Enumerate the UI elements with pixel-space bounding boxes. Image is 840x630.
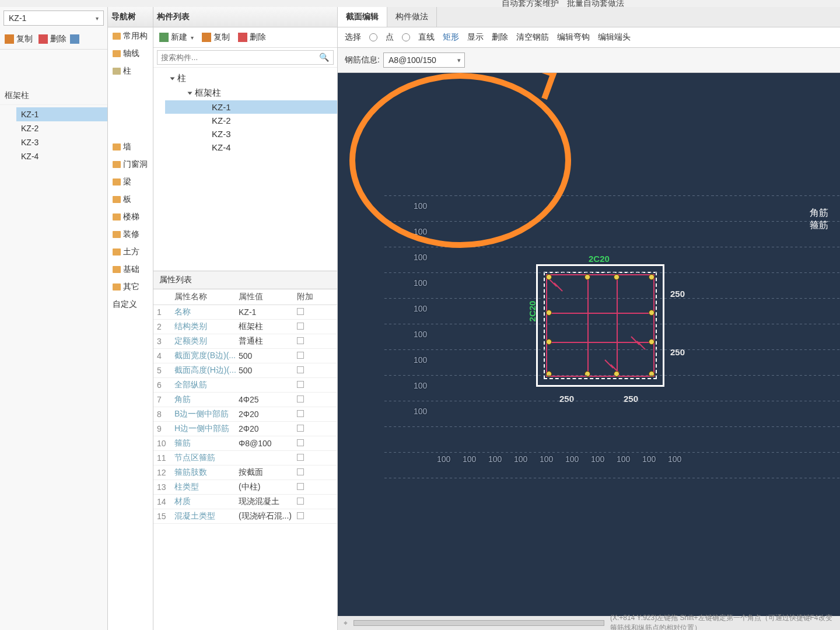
tree-node[interactable]: 框架柱 (165, 86, 337, 100)
tab-component-method[interactable]: 构件做法 (387, 7, 437, 27)
property-row[interactable]: 14材质现浇混凝土 (153, 495, 337, 509)
nav-item[interactable]: 轴线 (108, 45, 153, 62)
grid-label: 100 (668, 454, 681, 464)
property-row[interactable]: 2结构类别框架柱 (153, 320, 337, 334)
property-row[interactable]: 3定额类别普通柱 (153, 334, 337, 349)
component-list-panel: 构件列表 新建▾ 复制 删除 🔍 柱 框架柱 KZ-1 KZ-2 KZ-3 KZ… (153, 7, 338, 630)
radio-line[interactable] (402, 33, 410, 41)
rebar-info-row: 钢筋信息: A8@100/150 ▾ (338, 48, 840, 73)
grid-label: 100 (488, 454, 502, 464)
folder-icon (113, 249, 121, 256)
properties-header: 属性列表 (153, 271, 337, 289)
grid-label: 100 (463, 454, 476, 464)
properties-body: 1名称KZ-12结构类别框架柱3定额类别普通柱4截面宽度(B边)(...5005… (153, 305, 337, 524)
property-row[interactable]: 4截面宽度(B边)(...500 (153, 349, 337, 363)
copy-button[interactable]: 复制 (200, 31, 232, 44)
nav-item[interactable]: 柱 (108, 62, 153, 80)
nav-item[interactable]: 自定义 (108, 296, 153, 313)
action-display[interactable]: 显示 (467, 32, 484, 43)
rebar-info-label: 钢筋信息: (345, 55, 380, 65)
rebar-label-top: 2C20 (589, 254, 610, 264)
action-edit-end[interactable]: 编辑端头 (598, 32, 631, 43)
nav-item[interactable]: 墙 (108, 138, 153, 156)
kz-item[interactable]: KZ-4 (16, 149, 107, 163)
action-clear[interactable]: 清空钢筋 (516, 32, 549, 43)
horizontal-scrollbar[interactable] (354, 620, 604, 626)
grid-label: 100 (642, 454, 656, 464)
component-select[interactable]: KZ-1 ▾ (4, 10, 104, 26)
legend: 角筋4C25 箍筋A8@100 (810, 207, 828, 232)
mid-rebar (584, 371, 590, 377)
kz-item[interactable]: KZ-1 (16, 107, 107, 121)
radio-point[interactable] (369, 33, 377, 41)
nav-item[interactable]: 土方 (108, 243, 153, 261)
nav-item[interactable]: 装修 (108, 226, 153, 243)
more-icon[interactable] (70, 34, 79, 44)
grid-label: 100 (414, 407, 427, 416)
property-row[interactable]: 10箍筋Φ8@100 (153, 436, 337, 451)
action-edit-hook[interactable]: 编辑弯钩 (557, 32, 590, 43)
property-row[interactable]: 11节点区箍筋 (153, 451, 337, 466)
property-row[interactable]: 15混凝土类型(现浇碎石混...) (153, 509, 337, 524)
search-icon[interactable]: 🔍 (319, 52, 329, 62)
folder-icon (113, 266, 121, 273)
nav-item[interactable]: 其它 (108, 278, 153, 296)
corner-rebar (546, 274, 552, 280)
tree-node[interactable]: 柱 (165, 71, 337, 86)
status-hint: (X:+814 Y:923)左键拖 Shift+左键确定第一个角点（可通过快捷键… (610, 613, 834, 630)
property-row[interactable]: 1名称KZ-1 (153, 305, 337, 320)
corner-rebar (546, 371, 552, 377)
grid-label: 100 (414, 330, 427, 339)
delete-button[interactable]: 删除 (36, 33, 69, 46)
search-input[interactable] (157, 50, 334, 65)
nav-item[interactable]: 常用构 (108, 27, 153, 45)
nav-item[interactable]: 门窗洞 (108, 156, 153, 173)
tree-leaf[interactable]: KZ-4 (165, 141, 337, 154)
select-button[interactable]: 选择 (345, 32, 361, 43)
mid-rebar (546, 310, 552, 316)
grid-label: 100 (540, 454, 553, 464)
left-panel: KZ-1 ▾ 复制 删除 框架柱 KZ-1 KZ-2 KZ-3 KZ-4 (0, 7, 108, 630)
kz-item[interactable]: KZ-2 (16, 121, 107, 135)
mid-rebar (649, 310, 654, 316)
folder-icon (113, 33, 121, 40)
tree-leaf[interactable]: KZ-2 (165, 114, 337, 127)
stirrup-inner (546, 274, 654, 377)
tab-section-edit[interactable]: 截面编辑 (338, 7, 387, 27)
nav-item[interactable]: 楼梯 (108, 208, 153, 226)
corner-rebar (649, 274, 654, 280)
rebar-label-left: 2C20 (527, 301, 537, 322)
property-row[interactable]: 8B边一侧中部筋2Φ20 (153, 407, 337, 422)
grid-label: 100 (414, 201, 427, 211)
folder-icon (113, 178, 121, 186)
nav-item[interactable]: 板 (108, 191, 153, 208)
kz-item[interactable]: KZ-3 (16, 135, 107, 149)
nav-item[interactable]: 基础 (108, 261, 153, 278)
nav-tree: 导航树 常用构 轴线 柱 墙 门窗洞 梁 板 楼梯 装修 土方 基础 其它 自定… (108, 7, 153, 630)
action-rect[interactable]: 矩形 (443, 32, 459, 43)
grid-label: 100 (414, 355, 427, 365)
tree-leaf[interactable]: KZ-1 (165, 100, 337, 114)
component-list-header: 构件列表 (153, 7, 337, 27)
grid-label: 100 (437, 454, 450, 464)
property-row[interactable]: 13柱类型(中柱) (153, 480, 337, 495)
tree-leaf[interactable]: KZ-3 (165, 127, 337, 141)
rebar-info-combo[interactable]: A8@100/150 ▾ (383, 52, 465, 68)
grid-label: 100 (414, 253, 427, 262)
section-canvas[interactable]: 2C20 2C20 250 250 250 250 10010010010010… (338, 73, 840, 630)
chevron-down-icon: ▾ (191, 34, 194, 41)
nav-item[interactable]: 梁 (108, 173, 153, 191)
status-bar: ⌖ (X:+814 Y:923)左键拖 Shift+左键确定第一个角点（可通过快… (338, 616, 840, 630)
delete-button[interactable]: 删除 (236, 31, 268, 44)
action-delete[interactable]: 删除 (492, 32, 508, 43)
copy-button[interactable]: 复制 (2, 33, 35, 46)
property-row[interactable]: 7角筋4Φ25 (153, 393, 337, 407)
property-row[interactable]: 6全部纵筋 (153, 378, 337, 393)
folder-icon (113, 144, 121, 150)
property-row[interactable]: 5截面高度(H边)(...500 (153, 363, 337, 378)
property-row[interactable]: 12箍筋肢数按截面 (153, 466, 337, 480)
property-row[interactable]: 9H边一侧中部筋2Φ20 (153, 422, 337, 436)
chevron-down-icon: ▾ (96, 15, 99, 22)
folder-icon (113, 284, 121, 290)
new-button[interactable]: 新建▾ (157, 31, 196, 44)
